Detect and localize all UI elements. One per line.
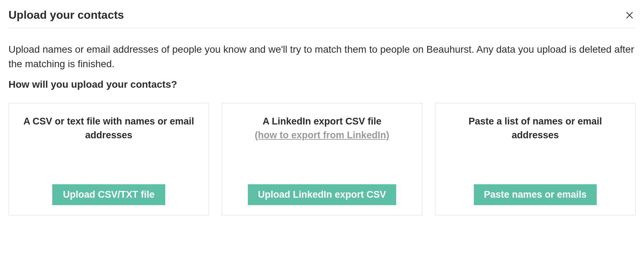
option-card-linkedin: A LinkedIn export CSV file (how to expor…	[222, 103, 422, 215]
option-title-paste: Paste a list of names or email addresses	[445, 115, 625, 142]
card-top: A CSV or text file with names or email a…	[19, 115, 199, 142]
option-card-csv: A CSV or text file with names or email a…	[8, 103, 209, 215]
upload-options-row: A CSV or text file with names or email a…	[8, 103, 636, 215]
option-title-csv: A CSV or text file with names or email a…	[19, 115, 199, 142]
modal-header: Upload your contacts	[8, 8, 636, 28]
modal-subheading: How will you upload your contacts?	[8, 79, 636, 90]
card-top: A LinkedIn export CSV file (how to expor…	[232, 115, 412, 142]
linkedin-export-help-link[interactable]: (how to export from LinkedIn)	[255, 128, 389, 142]
modal-description: Upload names or email addresses of peopl…	[8, 42, 636, 71]
upload-linkedin-button[interactable]: Upload LinkedIn export CSV	[248, 184, 396, 205]
close-button[interactable]	[624, 9, 636, 21]
modal-title: Upload your contacts	[8, 8, 124, 22]
option-title-linkedin: A LinkedIn export CSV file	[263, 115, 382, 128]
card-top: Paste a list of names or email addresses	[445, 115, 625, 142]
option-card-paste: Paste a list of names or email addresses…	[435, 103, 636, 215]
close-icon	[625, 11, 634, 20]
upload-csv-button[interactable]: Upload CSV/TXT file	[52, 184, 165, 205]
paste-names-button[interactable]: Paste names or emails	[474, 184, 596, 205]
